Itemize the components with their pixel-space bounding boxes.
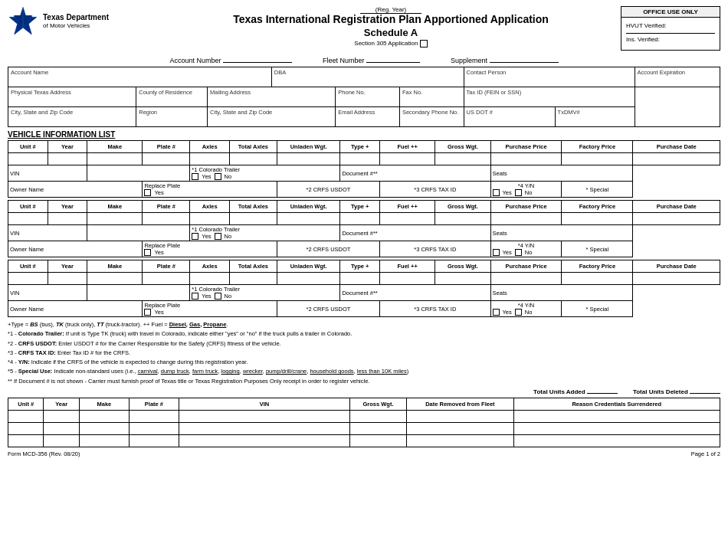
unit-2-crfs-tax[interactable]: *3 CRFS TAX ID bbox=[380, 241, 491, 257]
unit-3-special[interactable]: * Special bbox=[562, 301, 633, 317]
unit-3-factory-price[interactable] bbox=[562, 273, 633, 285]
unit-1-colorado-yes-cb[interactable] bbox=[192, 173, 198, 180]
unit-1-type[interactable] bbox=[340, 153, 380, 165]
unit-3-year[interactable] bbox=[48, 273, 87, 285]
unit-2-make[interactable] bbox=[87, 213, 143, 225]
unit-2-gross[interactable] bbox=[435, 213, 490, 225]
unit-3-yn[interactable]: *4 Y/N Yes No bbox=[490, 301, 562, 317]
account-number-input[interactable] bbox=[223, 54, 292, 63]
unit-3-purchase-date[interactable] bbox=[633, 273, 720, 285]
unit-3-type[interactable] bbox=[340, 273, 380, 285]
del-1-make[interactable] bbox=[79, 410, 129, 422]
unit-2-year[interactable] bbox=[48, 213, 87, 225]
del-2-make[interactable] bbox=[79, 422, 129, 434]
del-2-gross[interactable] bbox=[349, 422, 406, 434]
total-deleted-value[interactable] bbox=[690, 393, 720, 394]
del-1-vin[interactable] bbox=[179, 410, 349, 422]
del-2-year[interactable] bbox=[44, 422, 79, 434]
del-1-date[interactable] bbox=[407, 410, 513, 422]
phone-cell[interactable]: Phone No. bbox=[336, 87, 400, 107]
unit-3-document[interactable]: Document #** bbox=[340, 285, 490, 301]
region-cell[interactable]: Region bbox=[136, 107, 208, 127]
unit-1-fuel[interactable] bbox=[380, 153, 435, 165]
unit-1-replace-cb[interactable] bbox=[144, 189, 151, 196]
del-1-plate[interactable] bbox=[129, 410, 179, 422]
unit-2-replace-cb[interactable] bbox=[144, 249, 151, 256]
unit-3-make[interactable] bbox=[87, 273, 143, 285]
unit-1-make[interactable] bbox=[87, 153, 143, 165]
unit-1-year[interactable] bbox=[48, 153, 87, 165]
unit-2-type[interactable] bbox=[340, 213, 380, 225]
unit-1-vin[interactable] bbox=[87, 165, 190, 182]
mailing-address-cell[interactable]: Mailing Address bbox=[208, 87, 336, 107]
unit-3-fuel[interactable] bbox=[380, 273, 435, 285]
unit-2-plate[interactable] bbox=[143, 213, 190, 225]
physical-address-cell[interactable]: Physical Texas Address bbox=[8, 87, 136, 107]
unit-3-gross[interactable] bbox=[435, 273, 490, 285]
del-2-plate[interactable] bbox=[129, 422, 179, 434]
unit-1-colorado-no-cb[interactable] bbox=[215, 173, 221, 180]
unit-2-purchase-date[interactable] bbox=[633, 213, 720, 225]
unit-2-purchase-price[interactable] bbox=[490, 213, 562, 225]
unit-1-special[interactable]: * Special bbox=[562, 182, 633, 198]
county-cell[interactable]: County of Residence bbox=[136, 87, 208, 107]
email-cell[interactable]: Email Address bbox=[336, 107, 400, 127]
del-3-date[interactable] bbox=[407, 434, 513, 447]
unit-3-unladen[interactable] bbox=[277, 273, 340, 285]
unit-2-total-axles[interactable] bbox=[229, 213, 277, 225]
del-3-plate[interactable] bbox=[129, 434, 179, 447]
unit-1-purchase-price[interactable] bbox=[490, 153, 562, 165]
unit-1-plate[interactable] bbox=[143, 153, 190, 165]
unit-2-yn[interactable]: *4 Y/N Yes No bbox=[490, 241, 562, 257]
unit-3-yn-no-cb[interactable] bbox=[515, 309, 522, 316]
total-added-value[interactable] bbox=[587, 393, 618, 394]
unit-3-plate[interactable] bbox=[143, 273, 190, 285]
unit-3-crfs-usdot[interactable]: *2 CRFS USDOT bbox=[277, 301, 379, 317]
del-2-unit[interactable] bbox=[8, 422, 44, 434]
unit-3-purchase-price[interactable] bbox=[490, 273, 562, 285]
unit-3-axles[interactable] bbox=[190, 273, 230, 285]
unit-3-crfs-tax[interactable]: *3 CRFS TAX ID bbox=[380, 301, 491, 317]
fax-cell[interactable]: Fax No. bbox=[399, 87, 464, 107]
unit-2-vin[interactable] bbox=[87, 225, 190, 241]
secondary-phone-cell[interactable]: Secondary Phone No. bbox=[399, 107, 464, 127]
unit-2-unit[interactable] bbox=[8, 213, 48, 225]
del-1-year[interactable] bbox=[44, 410, 79, 422]
section305-checkbox[interactable] bbox=[420, 40, 428, 47]
unit-3-yn-yes-cb[interactable] bbox=[493, 309, 500, 316]
unit-2-colorado-no-cb[interactable] bbox=[215, 233, 221, 240]
unit-1-yn[interactable]: *4 Y/N Yes No bbox=[490, 182, 562, 198]
unit-2-document[interactable]: Document #** bbox=[340, 225, 490, 241]
del-3-gross[interactable] bbox=[349, 434, 406, 447]
unit-3-replace-cb[interactable] bbox=[144, 309, 151, 316]
contact-person-cell[interactable]: Contact Person bbox=[464, 67, 635, 87]
account-name-cell[interactable]: Account Name bbox=[8, 67, 272, 87]
fleet-number-input[interactable] bbox=[366, 54, 420, 63]
del-3-make[interactable] bbox=[79, 434, 129, 447]
unit-1-factory-price[interactable] bbox=[562, 153, 633, 165]
account-expiration-cell[interactable]: Account Expiration bbox=[635, 67, 720, 87]
del-3-unit[interactable] bbox=[8, 434, 44, 447]
unit-3-replace-plate[interactable]: Replace Plate Yes bbox=[143, 301, 277, 317]
del-1-reason[interactable] bbox=[513, 410, 720, 422]
unit-3-total-axles[interactable] bbox=[229, 273, 277, 285]
unit-3-unit[interactable] bbox=[8, 273, 48, 285]
unit-2-axles[interactable] bbox=[190, 213, 230, 225]
del-3-vin[interactable] bbox=[179, 434, 349, 447]
unit-2-factory-price[interactable] bbox=[562, 213, 633, 225]
unit-1-total-axles[interactable] bbox=[229, 153, 277, 165]
dba-cell[interactable]: DBA bbox=[271, 67, 464, 87]
unit-2-yn-yes-cb[interactable] bbox=[493, 249, 500, 256]
mailing-city-cell[interactable]: City, State and Zip Code bbox=[208, 107, 336, 127]
unit-1-unit[interactable] bbox=[8, 153, 48, 165]
del-1-unit[interactable] bbox=[8, 410, 44, 422]
del-1-gross[interactable] bbox=[349, 410, 406, 422]
unit-1-axles[interactable] bbox=[190, 153, 230, 165]
unit-3-vin[interactable] bbox=[87, 285, 190, 301]
usdot-cell[interactable]: US DOT # bbox=[464, 107, 555, 127]
unit-1-document[interactable]: Document #** bbox=[340, 165, 490, 182]
unit-1-crfs-usdot[interactable]: *2 CRFS USDOT bbox=[277, 182, 379, 198]
unit-2-fuel[interactable] bbox=[380, 213, 435, 225]
unit-1-purchase-date[interactable] bbox=[633, 153, 720, 165]
unit-2-special[interactable]: * Special bbox=[562, 241, 633, 257]
